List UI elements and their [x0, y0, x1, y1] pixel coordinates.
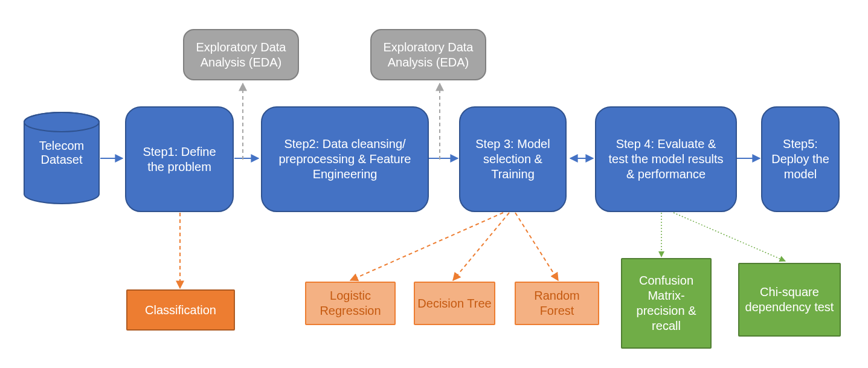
- svg-line-8: [350, 213, 503, 280]
- chi-square-box: Chi-square dependency test: [738, 263, 841, 337]
- confusion-matrix-label: Confusion Matrix- precision & recall: [622, 273, 710, 334]
- step-3: Step 3: Model selection & Training: [459, 106, 567, 212]
- classification-label: Classification: [145, 303, 216, 318]
- eda-label-2: Exploratory Data Analysis (EDA): [378, 40, 479, 70]
- step-4-label: Step 4: Evaluate & test the model result…: [605, 137, 727, 182]
- eda-box-1: Exploratory Data Analysis (EDA): [183, 29, 299, 80]
- model-logistic: Logistic Regression: [305, 282, 396, 325]
- step-1: Step1: Define the problem: [125, 106, 234, 212]
- svg-line-9: [453, 213, 509, 280]
- svg-line-12: [674, 213, 785, 261]
- classification-box: Classification: [126, 289, 235, 331]
- eda-label-1: Exploratory Data Analysis (EDA): [190, 40, 292, 70]
- model-decision-tree: Decision Tree: [414, 282, 495, 325]
- step-2: Step2: Data cleansing/ preprocessing & F…: [261, 106, 429, 212]
- model-logistic-label: Logistic Regression: [306, 288, 394, 318]
- telecom-dataset-cylinder: Telecom Dataset: [23, 111, 100, 205]
- step-3-label: Step 3: Model selection & Training: [469, 137, 557, 182]
- step-1-label: Step1: Define the problem: [135, 144, 224, 175]
- step-5-label: Step5: Deploy the model: [771, 137, 830, 182]
- step-4: Step 4: Evaluate & test the model result…: [595, 106, 737, 212]
- step-5: Step5: Deploy the model: [761, 106, 840, 212]
- confusion-matrix-box: Confusion Matrix- precision & recall: [621, 258, 712, 349]
- chi-square-label: Chi-square dependency test: [739, 285, 840, 315]
- step-2-label: Step2: Data cleansing/ preprocessing & F…: [271, 137, 419, 182]
- eda-box-2: Exploratory Data Analysis (EDA): [370, 29, 486, 80]
- svg-line-10: [515, 213, 558, 280]
- cylinder-label: Telecom Dataset: [23, 139, 100, 167]
- model-random-forest-label: Random Forest: [516, 288, 598, 318]
- model-random-forest: Random Forest: [515, 282, 599, 325]
- model-decision-tree-label: Decision Tree: [417, 296, 491, 311]
